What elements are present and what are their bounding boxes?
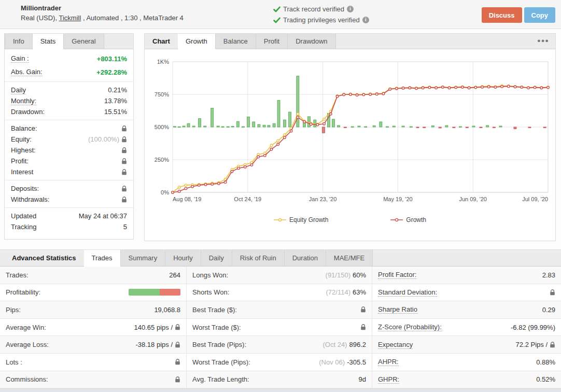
chart-tab-balance[interactable]: Balance	[216, 34, 256, 49]
stats-tab-advanced-statistics[interactable]: Advanced Statistics	[4, 250, 84, 266]
stat-value-secondary: (91/150)	[326, 271, 350, 279]
x-axis-tick: Jul 09, '20	[522, 196, 548, 202]
stat-value: 0.29	[542, 306, 555, 314]
discuss-button[interactable]: Discuss	[482, 7, 522, 23]
copy-button[interactable]: Copy	[524, 7, 556, 23]
series-marker	[290, 130, 292, 132]
series-marker	[481, 86, 484, 89]
stat-value: 72.2 Pips /	[516, 341, 555, 348]
series-marker	[323, 118, 326, 121]
y-axis-tick: 500%	[155, 124, 169, 130]
profit-bar-mark	[283, 120, 286, 127]
stats-tab-risk-of-ruin[interactable]: Risk of Ruin	[232, 250, 285, 266]
stat-value-text: 264	[169, 271, 180, 279]
stat-value: 19,068.8	[154, 306, 180, 314]
profit-bar-mark	[173, 127, 176, 128]
stat-value-text: 13.78%	[104, 97, 127, 105]
profit-bar-mark	[236, 121, 239, 127]
stat-value	[360, 324, 366, 330]
stats-tab-summary[interactable]: Summary	[121, 250, 166, 266]
stat-label: Interest	[11, 168, 33, 176]
stat-value-text: 63%	[353, 288, 366, 296]
stat-label: Worst Trade (Pips):	[192, 358, 250, 366]
series-marker	[547, 86, 550, 89]
info-icon[interactable]: i	[362, 17, 369, 23]
stat-label: Lots :	[6, 358, 22, 366]
stat-label: Expectancy	[378, 341, 413, 349]
series-marker	[468, 87, 470, 89]
tab-info[interactable]: Info	[5, 34, 33, 49]
info-group: Gain :+803.11%Abs. Gain:+292.28%	[5, 49, 133, 81]
profit-bar-mark	[277, 100, 280, 127]
lock-icon	[121, 197, 127, 203]
tab-stats[interactable]: Stats	[33, 34, 64, 49]
profit-bar-mark	[373, 125, 375, 127]
stat-label: Avg. Trade Length:	[192, 375, 249, 383]
legend-label: Equity Growth	[289, 216, 328, 223]
series-marker	[277, 139, 279, 142]
stat-cell-profit-factor: Profit Factor:2.83	[372, 267, 561, 284]
stat-value: 0.21%	[108, 86, 127, 94]
ellipsis-menu-icon[interactable]: ●●●	[537, 37, 549, 44]
stat-value-text: +292.28%	[96, 68, 127, 76]
x-axis-tick: Oct 24, '19	[234, 196, 261, 202]
stat-value-text: 896.2	[349, 341, 366, 348]
chart-tab-growth[interactable]: Growth	[178, 34, 216, 49]
series-marker	[521, 86, 523, 89]
profit-bar-mark	[289, 112, 291, 127]
lock-icon	[121, 125, 127, 132]
loss-bar-mark	[344, 127, 346, 128]
stat-value: -6.82 (99.99%)	[511, 324, 555, 331]
stats-tab-duration[interactable]: Duration	[285, 250, 326, 266]
account-identity: Milliontrader Real (USD), Tickmill , Aut…	[21, 4, 184, 22]
stat-label: Best Trade ($):	[192, 306, 237, 314]
info-icon[interactable]: i	[347, 6, 354, 12]
stat-value-text: 0.29	[542, 306, 555, 314]
loss-bar-mark	[528, 127, 531, 128]
info-row-monthly: Monthly:13.78%	[5, 95, 133, 106]
stats-tab-daily[interactable]: Daily	[201, 250, 232, 266]
info-group: Deposits:Withdrawals:	[5, 180, 133, 207]
profit-bar-mark	[247, 117, 250, 127]
profit-bar-mark	[183, 126, 185, 127]
stat-label: Commissions:	[6, 375, 48, 383]
broker-link[interactable]: Tickmill	[59, 14, 81, 22]
stats-tab-mae-mfe[interactable]: MAE/MFE	[326, 250, 373, 266]
profit-bar-mark	[199, 119, 201, 127]
lock-icon	[175, 324, 180, 330]
chart-tab-drawdown[interactable]: Drawdown	[288, 34, 335, 49]
stat-cell-best-trade-pips: Best Trade (Pips):(Oct 24)896.2	[187, 336, 372, 354]
loss-bar-mark	[543, 127, 546, 128]
stat-value	[121, 158, 127, 164]
stat-value: (72/114)63%	[326, 288, 367, 296]
series-marker	[448, 87, 451, 89]
growth-chart[interactable]: 0%250%500%750%1K%Aug 08, '19Oct 24, '19J…	[147, 54, 554, 213]
tab-general[interactable]: General	[64, 34, 104, 49]
stat-value-text: 60%	[353, 271, 366, 279]
stat-label: Pips:	[6, 306, 21, 314]
series-marker	[428, 86, 431, 89]
stat-value-secondary: (Nov 06)	[319, 358, 345, 366]
info-group: UpdatedMay 24 at 06:37Tracking5	[5, 207, 133, 235]
loss-bar-mark	[480, 127, 482, 128]
chart-tab-profit[interactable]: Profit	[256, 34, 288, 49]
stats-tab-trades[interactable]: Trades	[84, 250, 121, 267]
stat-cell-profitability: Profitability:	[0, 284, 187, 302]
account-title: Milliontrader	[21, 4, 184, 12]
stats-tab-hourly[interactable]: Hourly	[165, 250, 201, 266]
checkmark-icon	[273, 17, 280, 23]
stat-cell-avg-trade-length: Avg. Trade Length:9d	[187, 371, 372, 389]
stat-label: AHPR:	[378, 358, 399, 366]
info-row-withdrawals: Withdrawals:	[5, 194, 133, 205]
stat-label: Updated	[11, 212, 36, 220]
x-axis-tick: Aug 08, '19	[173, 196, 201, 202]
stat-value	[550, 289, 555, 296]
info-row-tracking: Tracking5	[5, 221, 133, 232]
chart-tab-chart[interactable]: Chart	[145, 34, 178, 49]
series-marker	[534, 86, 536, 89]
subtitle-prefix: Real (USD),	[21, 14, 59, 22]
lock-icon	[360, 324, 366, 330]
stat-value-text: 140.65 pips /	[134, 324, 173, 331]
lock-icon	[121, 186, 127, 192]
series-marker	[323, 122, 326, 125]
